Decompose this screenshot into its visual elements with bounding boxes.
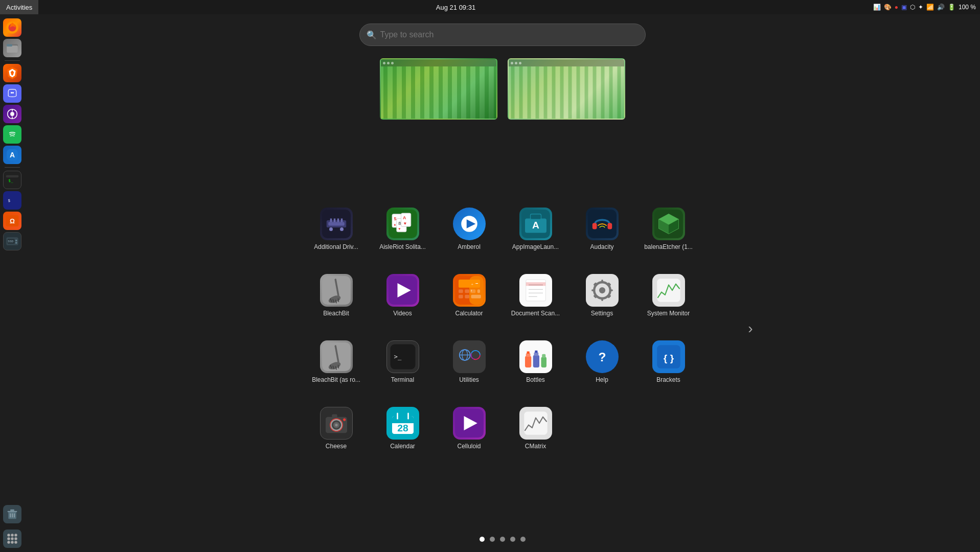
dock-item-files[interactable] <box>3 39 21 57</box>
svg-point-50 <box>329 227 333 231</box>
svg-rect-144 <box>541 357 546 367</box>
dock-item-spotify[interactable] <box>3 125 21 144</box>
app-icon-calendar: 28 <box>386 407 419 440</box>
app-item-amberol[interactable]: Amberol <box>436 196 503 262</box>
app-icon-settings <box>586 274 619 307</box>
app-item-help[interactable]: ? Help <box>569 329 635 395</box>
svg-point-32 <box>14 534 17 536</box>
dock-item-discord[interactable] <box>3 84 21 103</box>
svg-text:♠: ♠ <box>394 223 396 226</box>
app-item-aisleriot[interactable]: 5 ♠ 8 ♥ A ♥ AisleRiot Solita... <box>370 196 436 262</box>
tray-icon-discord[interactable]: ▣ <box>901 4 907 11</box>
app-item-videos[interactable]: Videos <box>370 262 436 329</box>
window-thumb-1[interactable] <box>380 58 497 120</box>
dock-item-firefox[interactable] <box>3 18 21 37</box>
dock-item-characters[interactable]: Ω <box>3 212 21 230</box>
app-icon-cmatrix <box>519 407 552 440</box>
dock-item-brave[interactable] <box>3 64 21 82</box>
app-label-calculator: Calculator <box>455 310 483 317</box>
tray-icon-6[interactable]: ✦ <box>918 4 923 11</box>
page-dot-4[interactable] <box>510 537 515 542</box>
activities-overlay: 🔍 <box>25 14 980 552</box>
tray-icon-5[interactable]: ⬡ <box>910 4 915 11</box>
app-item-bleachbit[interactable]: BleachBit <box>303 262 370 329</box>
svg-text:SSD: SSD <box>8 240 13 243</box>
dock-item-terminal2[interactable]: $ <box>3 191 21 210</box>
dock-item-ssd[interactable]: SSD <box>3 232 21 250</box>
dock-item-gnome[interactable] <box>3 105 21 123</box>
app-label-utilities: Utilities <box>459 376 479 383</box>
topbar-datetime: Aug 21 09:31 <box>436 4 475 11</box>
app-item-bleachbit2[interactable]: BleachBit (as ro... <box>303 329 370 395</box>
svg-rect-22 <box>15 242 17 244</box>
dock: A $_ $ Ω SSD <box>0 14 25 552</box>
app-item-brackets[interactable]: { } Brackets <box>635 329 702 395</box>
tray-icon-2[interactable]: 🎨 <box>884 4 892 11</box>
app-item-utilities[interactable]: Utilities <box>436 329 503 395</box>
page-dot-2[interactable] <box>490 537 495 542</box>
activities-button[interactable]: Activities <box>0 0 38 14</box>
svg-rect-71 <box>607 223 612 229</box>
svg-rect-119 <box>657 279 680 302</box>
search-input[interactable] <box>359 24 646 46</box>
tray-icon-1[interactable]: 📊 <box>873 4 881 11</box>
dock-divider-2 <box>5 167 20 168</box>
svg-rect-25 <box>8 511 17 512</box>
volume-icon[interactable]: 🔊 <box>937 4 945 11</box>
page-dot-1[interactable] <box>480 537 485 542</box>
app-item-balenaetcher[interactable]: balenaEtcher (1... <box>635 196 702 262</box>
app-item-system-monitor[interactable]: System Monitor <box>635 262 702 329</box>
svg-rect-46 <box>330 219 332 222</box>
app-item-audacity[interactable]: Audacity <box>569 196 635 262</box>
svg-rect-103 <box>526 282 545 286</box>
app-icon-bleachbit2 <box>320 340 353 373</box>
app-item-additional-drivers[interactable]: Additional Driv... <box>303 196 370 262</box>
app-label-terminal: Terminal <box>391 376 414 383</box>
page-dot-3[interactable] <box>500 537 505 542</box>
dock-item-show-apps[interactable] <box>3 530 21 548</box>
app-item-cmatrix[interactable]: CMatrix <box>503 395 569 462</box>
svg-rect-42 <box>509 66 624 119</box>
app-item-terminal[interactable]: >_ Terminal <box>370 329 436 395</box>
app-item-calendar[interactable]: 28 Calendar <box>370 395 436 462</box>
app-item-celluloid[interactable]: Celluloid <box>436 395 503 462</box>
svg-text:♥: ♥ <box>398 227 400 231</box>
app-label-cheese: Cheese <box>326 443 347 450</box>
svg-text:{ }: { } <box>663 353 674 363</box>
tray-icon-3[interactable]: ● <box>895 4 898 11</box>
app-label-additional-drivers: Additional Driv... <box>314 243 358 250</box>
svg-rect-21 <box>15 240 17 241</box>
dock-item-terminal1[interactable]: $_ <box>3 171 21 189</box>
app-item-cheese[interactable]: Cheese <box>303 395 370 462</box>
app-icon-additional-drivers <box>320 208 353 240</box>
svg-text:A: A <box>403 215 406 220</box>
svg-point-30 <box>7 534 10 536</box>
battery-icon[interactable]: 🔋 <box>948 4 955 11</box>
svg-rect-91 <box>459 289 463 293</box>
app-item-appimagelauncher[interactable]: A AppImageLaun... <box>503 196 569 262</box>
app-label-brackets: Brackets <box>656 376 680 383</box>
dock-item-appstore[interactable]: A <box>3 146 21 164</box>
svg-rect-92 <box>465 289 469 293</box>
app-item-document-scanner[interactable]: Document Scan... <box>503 262 569 329</box>
svg-rect-45 <box>328 222 345 226</box>
window-thumbnails <box>380 58 625 120</box>
svg-rect-113 <box>609 289 613 291</box>
svg-rect-156 <box>332 415 337 418</box>
app-item-calculator[interactable]: − + 7 Calculator <box>436 262 503 329</box>
app-item-settings[interactable]: Settings <box>569 262 635 329</box>
next-page-arrow[interactable]: › <box>748 320 753 337</box>
app-item-bottles[interactable]: Bottles <box>503 329 569 395</box>
app-grid-wrapper: Additional Driv... 5 ♠ 8 ♥ A <box>272 125 733 533</box>
page-dot-5[interactable] <box>520 537 526 542</box>
window-thumb-2[interactable] <box>508 58 625 120</box>
app-label-help: Help <box>596 376 608 383</box>
svg-rect-97 <box>471 295 481 298</box>
svg-rect-169 <box>524 411 548 435</box>
app-label-calendar: Calendar <box>390 443 415 450</box>
wifi-icon[interactable]: 📶 <box>926 4 934 11</box>
svg-text:A: A <box>10 151 15 159</box>
app-label-document-scanner: Document Scan... <box>511 310 560 317</box>
svg-point-9 <box>7 129 18 140</box>
dock-item-trash[interactable] <box>3 505 21 523</box>
